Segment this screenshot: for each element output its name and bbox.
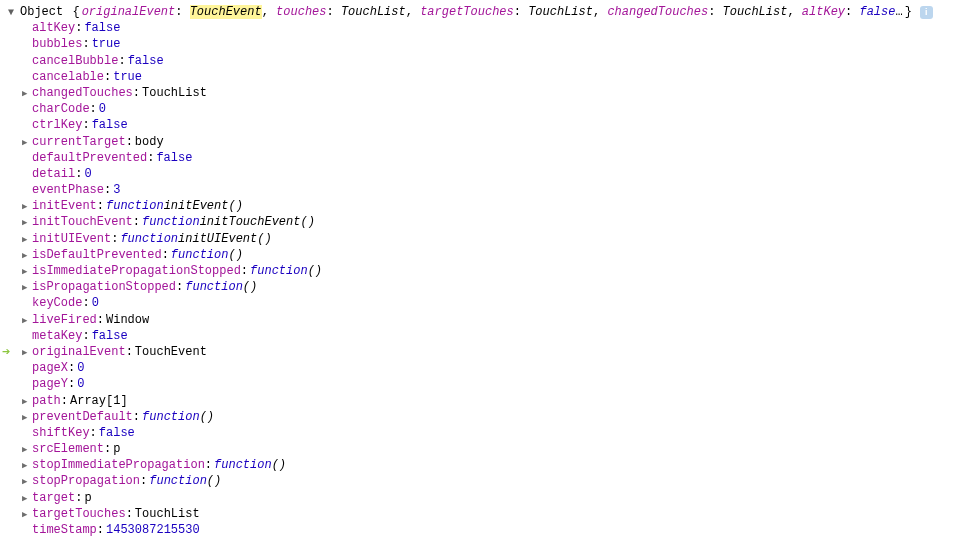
disclosure-triangle-icon[interactable] — [22, 231, 32, 247]
property-name: stopPropagation — [32, 473, 140, 489]
property-row[interactable]: stopPropagation: function () — [22, 473, 969, 489]
disclosure-triangle-icon[interactable] — [22, 473, 32, 489]
summary-prop-name: altKey — [802, 5, 845, 19]
property-row[interactable]: targetTouches: TouchList — [22, 506, 969, 522]
function-signature: initTouchEvent() — [200, 214, 315, 230]
property-row[interactable]: ➔originalEvent: TouchEvent — [22, 344, 969, 360]
colon: : — [176, 279, 183, 295]
summary-prop-value: false — [859, 5, 895, 19]
disclosure-triangle-icon[interactable] — [22, 263, 32, 279]
function-signature: initUIEvent() — [178, 231, 272, 247]
function-signature: () — [308, 263, 322, 279]
property-row[interactable]: path: Array[1] — [22, 393, 969, 409]
disclosure-triangle-icon[interactable] — [22, 214, 32, 230]
property-name: changedTouches — [32, 85, 133, 101]
summary-prop-name: changedTouches — [607, 5, 708, 19]
property-name: cancelable — [32, 69, 104, 85]
colon: : — [61, 393, 68, 409]
disclosure-triangle-icon[interactable] — [22, 490, 32, 506]
function-signature: initEvent() — [164, 198, 243, 214]
property-row[interactable]: stopImmediatePropagation: function () — [22, 457, 969, 473]
property-row[interactable]: currentTarget: body — [22, 134, 969, 150]
property-name: eventPhase — [32, 182, 104, 198]
separator: , — [406, 5, 420, 19]
property-row[interactable]: isPropagationStopped: function () — [22, 279, 969, 295]
property-row[interactable]: liveFired: Window — [22, 312, 969, 328]
property-name: metaKey — [32, 328, 82, 344]
disclosure-triangle-icon[interactable] — [22, 85, 32, 101]
colon: : — [90, 101, 97, 117]
property-value: p — [113, 441, 120, 457]
property-name: detail — [32, 166, 75, 182]
property-row[interactable]: preventDefault: function () — [22, 409, 969, 425]
colon: : — [104, 182, 111, 198]
colon: : — [75, 20, 82, 36]
summary-prop-name: targetTouches — [420, 5, 514, 19]
separator: , — [262, 5, 276, 19]
property-name: keyCode — [32, 295, 82, 311]
property-value: false — [92, 117, 128, 133]
property-row[interactable]: initEvent: function initEvent() — [22, 198, 969, 214]
property-row[interactable]: isDefaultPrevented: function () — [22, 247, 969, 263]
colon: : — [514, 5, 528, 19]
disclosure-triangle-icon[interactable] — [8, 4, 18, 20]
disclosure-triangle-icon[interactable] — [22, 312, 32, 328]
summary-prop-value: TouchList — [341, 5, 406, 19]
property-name: initUIEvent — [32, 231, 111, 247]
property-name: pageX — [32, 360, 68, 376]
object-root-line[interactable]: Object { originalEvent: TouchEvent, touc… — [8, 4, 969, 20]
object-children: altKey: falsebubbles: truecancelBubble: … — [22, 20, 969, 540]
colon: : — [111, 231, 118, 247]
property-row: cancelBubble: false — [22, 53, 969, 69]
property-row[interactable]: isImmediatePropagationStopped: function … — [22, 263, 969, 279]
colon: : — [175, 5, 189, 19]
separator: , — [787, 5, 801, 19]
function-keyword: function — [142, 214, 200, 230]
disclosure-triangle-icon[interactable] — [22, 279, 32, 295]
disclosure-triangle-icon[interactable] — [22, 457, 32, 473]
property-row[interactable]: initTouchEvent: function initTouchEvent(… — [22, 214, 969, 230]
disclosure-triangle-icon[interactable] — [22, 506, 32, 522]
property-value: TouchEvent — [135, 344, 207, 360]
property-name: target — [32, 490, 75, 506]
property-name: altKey — [32, 20, 75, 36]
disclosure-triangle-icon[interactable] — [22, 134, 32, 150]
summary-prop-name: touches — [276, 5, 326, 19]
property-row: bubbles: true — [22, 36, 969, 52]
function-keyword: function — [185, 279, 243, 295]
property-row[interactable]: target: p — [22, 490, 969, 506]
colon: : — [97, 522, 104, 538]
property-row[interactable]: initUIEvent: function initUIEvent() — [22, 231, 969, 247]
property-value: false — [92, 328, 128, 344]
disclosure-triangle-icon[interactable] — [22, 344, 32, 360]
property-row: pageX: 0 — [22, 360, 969, 376]
ellipsis: … — [895, 5, 902, 19]
colon: : — [75, 166, 82, 182]
property-name: targetTouches — [32, 506, 126, 522]
property-row: metaKey: false — [22, 328, 969, 344]
property-name: cancelBubble — [32, 53, 118, 69]
pointer-arrow-icon: ➔ — [2, 343, 10, 362]
property-value: 0 — [92, 295, 99, 311]
property-name: pageY — [32, 376, 68, 392]
function-keyword: function — [214, 457, 272, 473]
property-name: timeStamp — [32, 522, 97, 538]
property-row[interactable]: changedTouches: TouchList — [22, 85, 969, 101]
property-name: liveFired — [32, 312, 97, 328]
disclosure-triangle-icon[interactable] — [22, 409, 32, 425]
disclosure-triangle-icon[interactable] — [22, 247, 32, 263]
disclosure-triangle-icon[interactable] — [22, 198, 32, 214]
property-row[interactable]: srcElement: p — [22, 441, 969, 457]
function-keyword: function — [106, 198, 164, 214]
property-row: eventPhase: 3 — [22, 182, 969, 198]
disclosure-triangle-icon[interactable] — [22, 393, 32, 409]
property-value: 0 — [84, 166, 91, 182]
info-icon[interactable]: i — [920, 6, 933, 19]
colon: : — [133, 85, 140, 101]
object-summary: originalEvent: TouchEvent, touches: Touc… — [82, 4, 903, 20]
disclosure-triangle-icon[interactable] — [22, 441, 32, 457]
object-summary-open: { — [65, 4, 79, 20]
property-value: true — [92, 36, 121, 52]
property-name: initTouchEvent — [32, 214, 133, 230]
property-name: shiftKey — [32, 425, 90, 441]
